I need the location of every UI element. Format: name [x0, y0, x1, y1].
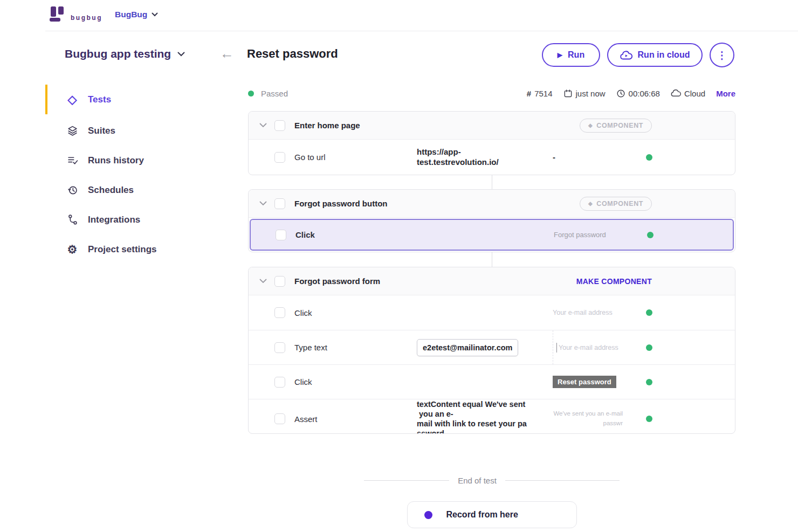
hash-icon: #	[527, 89, 531, 98]
typed-text-value[interactable]: e2etest@mailinator.com	[417, 339, 518, 356]
sidebar: ◇ Tests Suites Runs history	[45, 85, 239, 266]
sidebar-item-suites[interactable]: Suites	[45, 118, 239, 144]
step-checkbox[interactable]	[274, 377, 285, 388]
end-of-test-divider: End of test	[248, 476, 735, 485]
more-details-link[interactable]: More	[716, 89, 735, 98]
group-header[interactable]: Enter home page ◆ COMPONENT	[249, 112, 735, 140]
run-status-bar: Passed # 7514 just now	[248, 86, 735, 100]
chevron-down-icon[interactable]	[259, 201, 267, 206]
cloud-icon	[671, 89, 681, 97]
app-window: bugbug BugBug Bugbug app testing ← Reset…	[0, 0, 798, 532]
make-component-link[interactable]: MAKE COMPONENT	[576, 277, 652, 286]
group-checkbox[interactable]	[274, 276, 285, 287]
step-passed-dot	[647, 232, 653, 238]
divider-line	[505, 480, 620, 481]
component-badge: ◆ COMPONENT	[580, 197, 652, 211]
step-checkbox[interactable]	[274, 413, 285, 424]
sidebar-item-tests[interactable]: ◇ Tests	[45, 85, 239, 114]
run-button[interactable]: ▶ Run	[542, 43, 600, 67]
diamond-icon: ◇	[66, 93, 79, 107]
project-selector[interactable]: Bugbug app testing	[65, 47, 185, 60]
element-preview: Your e-mail address	[553, 309, 623, 316]
run-number: # 7514	[527, 89, 553, 98]
sidebar-item-integrations[interactable]: Integrations	[45, 206, 239, 233]
list-check-icon	[66, 155, 79, 166]
cloud-play-icon	[620, 51, 632, 60]
play-icon: ▶	[558, 51, 562, 59]
step-checkbox[interactable]	[276, 230, 286, 240]
run-mode: Cloud	[671, 89, 705, 98]
diamond-icon: ◆	[588, 122, 593, 128]
component-badge: ◆ COMPONENT	[580, 119, 652, 133]
workspace-name: BugBug	[115, 10, 147, 19]
assert-value: textContent equal We've sent you an e- m…	[417, 399, 544, 434]
clock-icon	[616, 89, 625, 98]
run-state-label: Passed	[261, 89, 288, 98]
group-checkbox[interactable]	[274, 120, 285, 131]
workspace-selector[interactable]: BugBug	[115, 10, 158, 19]
run-time-ago: just now	[563, 89, 606, 98]
chevron-down-icon[interactable]	[259, 279, 267, 284]
kebab-icon: ⋮	[717, 49, 727, 61]
step-action: Click	[294, 308, 408, 317]
bugbug-wordmark: bugbug	[71, 14, 102, 23]
end-of-test-label: End of test	[458, 476, 497, 485]
record-from-here-button[interactable]: Record from here	[407, 501, 577, 528]
group-connector-line	[492, 175, 492, 189]
step-action: Click	[294, 377, 408, 386]
group-header[interactable]: Forgot password form MAKE COMPONENT	[249, 267, 735, 295]
step-row-click[interactable]: Click Your e-mail address	[249, 295, 735, 330]
diamond-icon: ◆	[588, 201, 593, 206]
active-item-indicator	[45, 85, 47, 114]
step-checkbox[interactable]	[274, 152, 285, 163]
test-steps-panel: Passed # 7514 just now	[248, 86, 735, 528]
step-group-forgot-password-form: Forgot password form MAKE COMPONENT Clic…	[248, 267, 735, 434]
bugbug-logo-icon	[49, 5, 68, 23]
sidebar-item-schedules[interactable]: Schedules	[45, 177, 239, 203]
chevron-down-icon	[152, 12, 158, 17]
record-icon	[424, 511, 432, 519]
step-passed-dot	[646, 344, 652, 351]
divider-line	[364, 480, 449, 481]
step-checkbox[interactable]	[274, 307, 285, 318]
integration-nodes-icon	[66, 214, 79, 225]
step-group-forgot-password-button: Forgot password button ◆ COMPONENT Click…	[248, 189, 735, 252]
passed-status-dot	[248, 91, 254, 96]
step-passed-dot	[646, 154, 652, 161]
sidebar-item-runs-history[interactable]: Runs history	[45, 147, 239, 174]
bugbug-logo[interactable]: bugbug	[49, 5, 102, 23]
header-actions: ▶ Run Run in cloud ⋮	[542, 43, 734, 67]
calendar-icon	[563, 89, 573, 98]
element-preview-cell: Your e-mail address	[553, 330, 623, 364]
step-passed-dot	[646, 309, 652, 316]
run-in-cloud-button[interactable]: Run in cloud	[607, 43, 703, 67]
step-action: Click	[295, 230, 409, 239]
more-options-button[interactable]: ⋮	[710, 43, 734, 67]
group-checkbox[interactable]	[274, 198, 285, 209]
step-row-assert[interactable]: Assert textContent equal We've sent you …	[249, 399, 735, 433]
step-action: Go to url	[294, 153, 408, 162]
element-preview: Forgot password	[554, 231, 624, 239]
step-row-go-to-url[interactable]: Go to url https://app- test.testrevoluti…	[249, 140, 735, 175]
step-row-click-selected[interactable]: Click Forgot password	[250, 219, 734, 251]
step-passed-dot	[646, 416, 652, 422]
chevron-down-icon	[177, 52, 185, 57]
run-duration: 00:06:68	[616, 89, 660, 98]
text-cursor	[556, 343, 557, 353]
group-header[interactable]: Forgot password button ◆ COMPONENT	[249, 190, 735, 218]
group-title: Enter home page	[294, 121, 360, 130]
back-arrow-icon[interactable]: ←	[220, 45, 234, 62]
group-title: Forgot password button	[294, 199, 387, 208]
test-title: Reset password	[247, 47, 338, 61]
button-element-preview: Reset password	[553, 376, 616, 388]
layers-icon	[66, 125, 79, 136]
step-value: https://app- test.testrevolution.io/	[417, 147, 544, 168]
step-row-click[interactable]: Click Reset password	[249, 364, 735, 399]
element-preview: Your e-mail address	[559, 344, 618, 351]
group-title: Forgot password form	[294, 277, 380, 286]
step-row-type-text[interactable]: Type text e2etest@mailinator.com Your e-…	[249, 330, 735, 364]
sidebar-item-project-settings[interactable]: ⚙ Project settings	[45, 236, 239, 262]
topbar-divider	[45, 31, 798, 31]
chevron-down-icon[interactable]	[259, 123, 267, 128]
step-checkbox[interactable]	[274, 342, 285, 353]
